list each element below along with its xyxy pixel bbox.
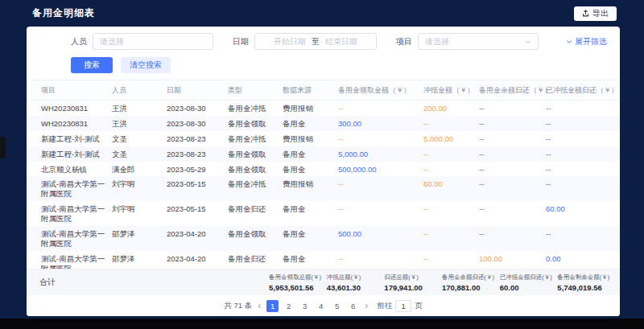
table-cell: 北京顺义杨镇 bbox=[39, 162, 110, 177]
table-cell: 备用金领取 bbox=[226, 146, 281, 162]
filter-bar: 人员 请选择 日期 开始日期 至 结束日期 项目 请选择 bbox=[27, 27, 620, 52]
summary-item: 备用金剩余金额(￥)5,749,019.56 bbox=[557, 273, 615, 292]
table-cell: -- bbox=[544, 146, 615, 162]
export-button[interactable]: 导出 bbox=[574, 6, 617, 21]
table-row: 测试-南昌大学第一附属医院邵梦泽2023-04-20备用金领取备用金500.00… bbox=[27, 226, 620, 251]
summary-item: 备用金领取总额(￥)5,953,501.56 bbox=[269, 273, 327, 292]
table-row: 新建工程-刘-测试文圣2023-08-23备用金冲抵费用报销--5,000.00… bbox=[27, 131, 620, 146]
page-button-5[interactable]: 5 bbox=[331, 300, 343, 312]
prev-page-button[interactable]: ‹ bbox=[258, 301, 261, 310]
table-cell: 备用金 bbox=[281, 251, 336, 269]
summary-item-label: 备用金余额归还(￥) bbox=[442, 273, 497, 282]
person-select-placeholder: 请选择 bbox=[100, 36, 124, 47]
table-cell: 60.00 bbox=[422, 176, 477, 201]
page-button-3[interactable]: 3 bbox=[299, 300, 311, 312]
search-button[interactable]: 搜索 bbox=[71, 57, 113, 73]
next-page-button[interactable]: › bbox=[365, 301, 368, 310]
column-header: 备用金领取金额（￥） bbox=[336, 80, 422, 100]
table-cell: 刘宇明 bbox=[110, 201, 165, 226]
table-cell: 2023-08-30 bbox=[165, 101, 226, 116]
table-cell: 王洪 bbox=[110, 101, 165, 116]
table-cell: 5,000.00 bbox=[336, 146, 422, 162]
table-cell: 5,000.00 bbox=[422, 131, 477, 146]
table-row: WH20230831王洪2023-08-30备用金领取备用金300.00----… bbox=[27, 116, 620, 131]
column-header: 类型 bbox=[226, 80, 281, 100]
table-cell: 王洪 bbox=[110, 116, 165, 131]
date-start-placeholder: 开始日期 bbox=[274, 36, 306, 47]
clear-search-button[interactable]: 清空搜索 bbox=[121, 57, 171, 73]
table-cell: 2023-08-23 bbox=[165, 146, 226, 162]
table-cell: WH20230831 bbox=[39, 116, 110, 131]
table-cell: 测试-南昌大学第一附属医院 bbox=[39, 226, 110, 251]
page-button-4[interactable]: 4 bbox=[315, 300, 327, 312]
table-cell: 测试-南昌大学第一附属医院 bbox=[39, 176, 110, 201]
expand-filter-link[interactable]: 展开筛选 bbox=[566, 36, 607, 47]
table-cell: 2023-04-20 bbox=[165, 226, 226, 251]
table-cell: 邵梦泽 bbox=[110, 226, 165, 251]
export-icon bbox=[582, 10, 589, 17]
table-cell: 备用金领取 bbox=[226, 162, 281, 177]
column-header: 备用金余额归还（￥） bbox=[477, 80, 544, 100]
page-button-6[interactable]: 6 bbox=[347, 300, 359, 312]
page-button-1[interactable]: 1 bbox=[266, 300, 279, 312]
table-cell: -- bbox=[477, 116, 544, 131]
summary-item: 冲抵总额(￥)43,601.30 bbox=[327, 273, 385, 292]
table-cell: -- bbox=[477, 226, 544, 251]
project-select-placeholder: 请选择 bbox=[425, 36, 449, 47]
table-cell: -- bbox=[544, 226, 615, 251]
table-cell: 邵梦泽 bbox=[110, 251, 165, 269]
table-cell: -- bbox=[336, 176, 422, 201]
table-cell: -- bbox=[544, 176, 615, 201]
column-header: 数据来源 bbox=[281, 80, 336, 100]
table-cell: 费用报销 bbox=[281, 131, 336, 146]
table-cell: 2023-05-29 bbox=[165, 162, 226, 177]
summary-item-label: 归还总额(￥) bbox=[384, 273, 440, 282]
summary-item-value: 5,953,501.56 bbox=[269, 283, 324, 292]
table-cell: 0.00 bbox=[544, 251, 615, 269]
table-cell: -- bbox=[544, 101, 615, 116]
person-select[interactable]: 请选择 bbox=[93, 33, 213, 50]
project-filter: 项目 请选择 bbox=[396, 33, 539, 50]
table-cell: -- bbox=[477, 162, 544, 177]
column-header: 冲抵金额（￥） bbox=[422, 80, 477, 100]
summary-item: 归还总额(￥)179,941.00 bbox=[384, 273, 442, 292]
column-header: 项目 bbox=[39, 80, 110, 100]
goto-label: 前往 bbox=[377, 301, 392, 311]
page-buttons: 123456 bbox=[266, 300, 359, 312]
pagination-bar: 共 71 条 ‹ 123456 › 前往 1 页 bbox=[27, 295, 620, 316]
page-button-2[interactable]: 2 bbox=[283, 300, 295, 312]
table-cell: 2023-08-30 bbox=[165, 116, 226, 131]
table-cell: 费用报销 bbox=[281, 176, 336, 201]
table-cell: -- bbox=[422, 146, 477, 162]
table-cell: 备用金 bbox=[281, 162, 336, 177]
table-cell: -- bbox=[422, 251, 477, 269]
table-row: 新建工程-刘-测试文圣2023-08-23备用金领取备用金5,000.00---… bbox=[27, 146, 620, 162]
table-cell: 满金郎 bbox=[110, 162, 165, 177]
summary-item-label: 冲抵总额(￥) bbox=[327, 273, 382, 282]
project-filter-label: 项目 bbox=[396, 36, 412, 47]
project-select[interactable]: 请选择 bbox=[418, 33, 539, 50]
table-cell: -- bbox=[544, 162, 615, 177]
person-filter-label: 人员 bbox=[71, 36, 87, 47]
table-cell: -- bbox=[477, 201, 544, 226]
table-cell: 新建工程-刘-测试 bbox=[39, 146, 110, 162]
table-cell: 100.00 bbox=[477, 251, 544, 269]
goto-page-input[interactable]: 1 bbox=[395, 300, 411, 312]
table-cell: 60.00 bbox=[544, 201, 615, 226]
table-cell: 备用金 bbox=[281, 201, 336, 226]
table-cell: -- bbox=[477, 146, 544, 162]
table-cell: 2023-08-23 bbox=[165, 131, 226, 146]
taskbar-strip bbox=[0, 319, 644, 329]
table-cell: 2023-04-20 bbox=[165, 251, 226, 269]
table-body[interactable]: WH20230831王洪2023-08-30备用金冲抵费用报销--200.00-… bbox=[27, 101, 620, 269]
table-cell: -- bbox=[477, 131, 544, 146]
chevron-down-icon bbox=[566, 39, 572, 45]
drawer-handle[interactable] bbox=[0, 137, 6, 158]
summary-item-value: 179,941.00 bbox=[384, 283, 440, 292]
table-cell: 备用金 bbox=[281, 116, 336, 131]
column-header: 已冲抵金额归还（￥） bbox=[544, 80, 620, 100]
summary-total-label: 合计 bbox=[39, 277, 269, 288]
table-row: 测试-南昌大学第一附属医院刘宇明2023-05-15备用金冲抵费用报销--60.… bbox=[27, 176, 620, 201]
date-range-picker[interactable]: 开始日期 至 结束日期 bbox=[254, 33, 377, 50]
table-cell: 备用金领取 bbox=[226, 226, 281, 251]
